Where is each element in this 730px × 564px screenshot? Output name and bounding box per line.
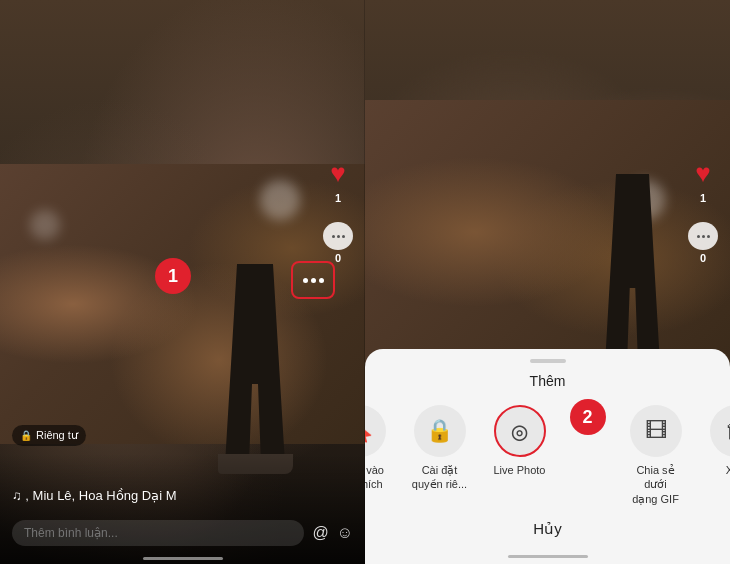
trash-icon-wrap: 🗑 xyxy=(710,405,731,457)
action-delete[interactable]: 🗑 Xóa xyxy=(706,405,731,477)
dot-c xyxy=(319,278,324,283)
live-photo-label: Live Photo xyxy=(494,463,546,477)
rdot3 xyxy=(707,235,710,238)
panel-divider xyxy=(364,0,365,564)
action-bookmark[interactable]: 🔖 Thêm vàoYêu thích xyxy=(365,405,390,492)
comment-input[interactable] xyxy=(12,520,304,546)
home-indicator-left xyxy=(143,557,223,560)
at-icon[interactable]: @ xyxy=(312,524,328,542)
ground-right xyxy=(365,100,730,364)
sheet-actions: 🔖 Thêm vàoYêu thích 🔒 Cài đặtquyền riê..… xyxy=(365,405,730,506)
action-gif[interactable]: 🎞 Chia sẻ dướidạng GIF xyxy=(626,405,686,506)
heart-count-left: 1 xyxy=(335,192,341,204)
dot1 xyxy=(332,235,335,238)
more-dots-icon xyxy=(303,278,324,283)
privacy-settings-icon: 🔒 xyxy=(426,418,453,444)
lock-icon-privacy: 🔒 xyxy=(20,430,32,441)
live-photo-icon: ◎ xyxy=(512,416,528,446)
song-info: ♫ , Miu Lê, Hoa Hồng Dại M xyxy=(12,486,305,504)
comment-bubble-left xyxy=(323,222,353,250)
comment-count-left: 0 xyxy=(335,252,341,264)
comment-action-right[interactable]: 0 xyxy=(688,222,718,264)
dot-b xyxy=(311,278,316,283)
live-photo-icon-wrap: ◎ xyxy=(494,405,546,457)
comment-count-right: 0 xyxy=(700,252,706,264)
rdot2 xyxy=(702,235,705,238)
privacy-icon-wrap: 🔒 xyxy=(414,405,466,457)
heart-icon-left: ♥ xyxy=(323,160,353,190)
comment-dots-right xyxy=(697,235,710,238)
more-button[interactable] xyxy=(291,261,335,299)
right-actions-right: ♥ 1 0 xyxy=(688,160,718,264)
privacy-badge: 🔒 Riêng tư xyxy=(12,425,86,446)
gif-label: Chia sẻ dướidạng GIF xyxy=(626,463,686,506)
bookmark-icon: 🔖 xyxy=(365,418,373,444)
bookmark-icon-wrap: 🔖 xyxy=(365,405,386,457)
bottom-sheet: Thêm 🔖 Thêm vàoYêu thích 🔒 Cài đặtquyền … xyxy=(365,349,730,564)
comment-input-bar: @ ☺ xyxy=(12,520,353,546)
dot-a xyxy=(303,278,308,283)
trash-icon: 🗑 xyxy=(725,418,731,444)
comment-dots xyxy=(332,235,345,238)
step-2-circle: 2 xyxy=(570,399,606,435)
action-privacy[interactable]: 🔒 Cài đặtquyền riê... xyxy=(410,405,470,492)
ground-left xyxy=(0,164,365,444)
emoji-icon[interactable]: ☺ xyxy=(337,524,353,542)
privacy-text: Riêng tư xyxy=(36,429,78,442)
action-live-photo[interactable]: ◎ Live Photo xyxy=(490,405,550,477)
dot2 xyxy=(337,235,340,238)
comment-action-left[interactable]: 0 xyxy=(323,222,353,264)
gif-icon-wrap: 🎞 xyxy=(630,405,682,457)
gif-icon: 🎞 xyxy=(645,418,667,444)
privacy-label: Cài đặtquyền riê... xyxy=(412,463,467,492)
cancel-button[interactable]: Hủy xyxy=(533,520,561,538)
comment-bubble-right xyxy=(688,222,718,250)
right-actions-left: ♥ 1 0 xyxy=(323,160,353,264)
step-1-circle: 1 xyxy=(155,258,191,294)
home-indicator-right xyxy=(508,555,588,558)
heart-action-left[interactable]: ♥ 1 xyxy=(323,160,353,204)
bookmark-label: Thêm vàoYêu thích xyxy=(365,463,384,492)
sheet-title: Thêm xyxy=(530,373,566,389)
heart-action-right[interactable]: ♥ 1 xyxy=(688,160,718,204)
right-panel: ♥ 1 0 Thêm 🔖 Thêm vàoYêu thích xyxy=(365,0,730,564)
left-panel: ♥ 1 0 1 🔒 Riêng tư xyxy=(0,0,365,564)
rdot1 xyxy=(697,235,700,238)
blob-1 xyxy=(260,180,300,220)
delete-label: Xóa xyxy=(726,463,730,477)
blob-2 xyxy=(30,210,60,240)
heart-count-right: 1 xyxy=(700,192,706,204)
song-text: ♫ , Miu Lê, Hoa Hồng Dại M xyxy=(12,488,176,503)
bottom-bar-left xyxy=(0,454,365,564)
sheet-handle xyxy=(530,359,566,363)
heart-icon-right: ♥ xyxy=(688,160,718,190)
dot3 xyxy=(342,235,345,238)
